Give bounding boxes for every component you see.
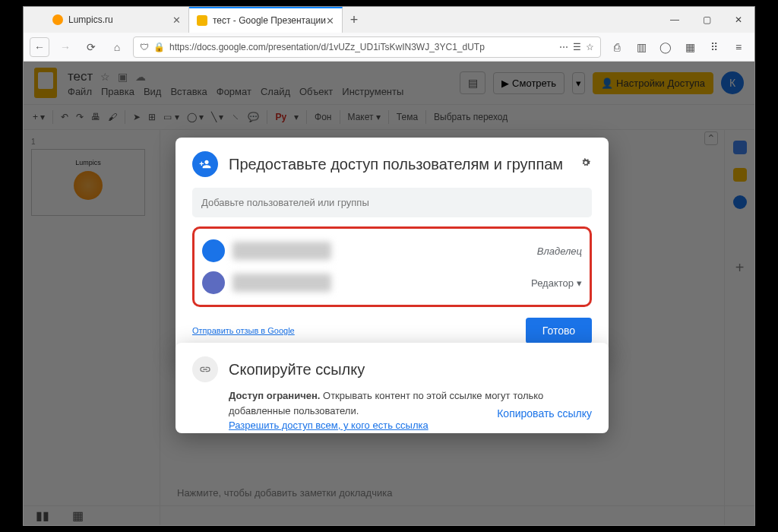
library-icon[interactable]: ⎙ [607,37,627,57]
maximize-button[interactable]: ▢ [691,7,723,33]
done-button[interactable]: Готово [526,318,592,344]
reader-icon[interactable]: ☰ [573,42,581,52]
role-editor-dropdown[interactable]: Редактор ▾ [531,277,582,289]
link-dialog-title: Скопируйте ссылку [229,361,365,378]
new-tab-button[interactable]: + [343,7,365,33]
close-icon[interactable]: ✕ [172,14,181,26]
lock-icon: 🔒 [153,42,165,52]
user-avatar [202,271,225,294]
extensions-icon[interactable]: ▦ [680,37,700,57]
forward-button[interactable]: → [55,37,75,57]
ellipsis-icon[interactable]: ⋯ [559,42,568,52]
close-icon[interactable]: ✕ [326,15,334,27]
back-button[interactable]: ← [30,37,49,57]
window-close-button[interactable]: ✕ [723,7,754,33]
home-button[interactable]: ⌂ [107,37,127,57]
person-row: Владелец [199,235,585,267]
favicon-slides [197,15,207,26]
sidebar-icon[interactable]: ▥ [631,37,651,57]
person-add-icon [192,151,218,177]
people-input[interactable]: Добавьте пользователей или группы [192,188,592,217]
shield-icon: 🛡 [140,42,149,52]
menu-icon[interactable]: ≡ [729,37,748,57]
change-access-link[interactable]: Разрешить доступ всем, у кого есть ссылк… [229,420,429,431]
dialog-title: Предоставьте доступ пользователям и груп… [229,156,563,173]
user-avatar [202,239,225,262]
person-row: Редактор ▾ [199,267,585,299]
feedback-link[interactable]: Отправить отзыв в Google [192,326,295,335]
user-info-blurred [232,242,331,260]
tab-slides[interactable]: тест - Google Презентации ✕ [189,7,343,33]
gear-icon[interactable] [580,157,592,172]
share-dialog: Предоставьте доступ пользователям и груп… [176,138,609,357]
chevron-down-icon: ▾ [577,277,582,289]
browser-titlebar: Lumpics.ru ✕ тест - Google Презентации ✕… [24,7,754,33]
url-text: https://docs.google.com/presentation/d/1… [169,42,555,52]
reload-button[interactable]: ⟳ [81,37,101,57]
user-info-blurred [232,274,331,292]
tab-title: Lumpics.ru [68,14,113,25]
bookmark-icon[interactable]: ☆ [586,42,594,52]
role-owner: Владелец [537,245,582,257]
link-icon [192,356,218,382]
copy-link-button[interactable]: Копировать ссылку [497,407,592,420]
puzzle-icon[interactable]: ⠿ [704,37,724,57]
account-icon[interactable]: ◯ [656,37,675,57]
minimize-button[interactable]: — [659,7,691,33]
address-bar: ← → ⟳ ⌂ 🛡 🔒 https://docs.google.com/pres… [24,33,754,62]
link-dialog: Скопируйте ссылку Доступ ограничен. Откр… [176,343,609,433]
url-field[interactable]: 🛡 🔒 https://docs.google.com/presentation… [133,36,601,58]
people-list: Владелец Редактор ▾ [192,226,592,307]
tab-title: тест - Google Презентации [213,15,326,26]
favicon-lumpics [52,14,63,25]
tab-lumpics[interactable]: Lumpics.ru ✕ [45,7,189,33]
